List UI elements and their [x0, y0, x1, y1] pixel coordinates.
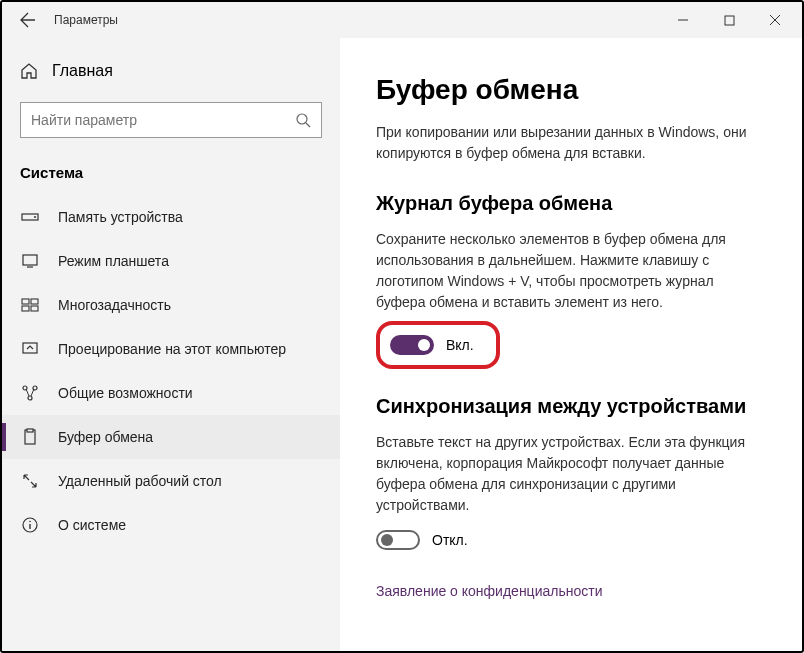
sidebar-item-label: Удаленный рабочий стол [58, 473, 222, 489]
nav-list: Память устройства Режим планшета Многоза… [2, 195, 340, 651]
svg-rect-12 [23, 343, 37, 353]
page-title: Буфер обмена [376, 74, 766, 106]
svg-point-2 [297, 114, 307, 124]
search-box[interactable] [20, 102, 322, 138]
storage-icon [20, 207, 40, 227]
sync-desc: Вставьте текст на других устройствах. Ес… [376, 432, 766, 516]
about-icon [20, 515, 40, 535]
search-input[interactable] [31, 112, 295, 128]
sidebar-item-label: Режим планшета [58, 253, 169, 269]
sidebar-home[interactable]: Главная [2, 52, 340, 90]
window-controls [660, 2, 798, 38]
sidebar-item-label: Проецирование на этот компьютер [58, 341, 286, 357]
search-icon [295, 112, 311, 128]
svg-rect-10 [22, 306, 29, 311]
content-area: Главная Система Память устройства Режим … [2, 38, 802, 651]
history-desc: Сохраните несколько элементов в буфер об… [376, 229, 766, 313]
close-icon [769, 14, 781, 26]
back-button[interactable] [6, 2, 50, 38]
sidebar-item-label: Буфер обмена [58, 429, 153, 445]
highlight-annotation: Вкл. [376, 321, 500, 369]
sidebar-item-shared[interactable]: Общие возможности [2, 371, 340, 415]
sidebar-item-label: О системе [58, 517, 126, 533]
clipboard-icon [20, 427, 40, 447]
svg-rect-11 [31, 306, 38, 311]
intro-text: При копировании или вырезании данных в W… [376, 122, 766, 164]
maximize-icon [724, 15, 735, 26]
tablet-icon [20, 251, 40, 271]
sync-toggle-row: Откл. [376, 530, 766, 550]
sidebar-item-tablet[interactable]: Режим планшета [2, 239, 340, 283]
svg-rect-6 [23, 255, 37, 265]
sidebar: Главная Система Память устройства Режим … [2, 38, 340, 651]
svg-point-20 [29, 521, 31, 523]
sidebar-item-projecting[interactable]: Проецирование на этот компьютер [2, 327, 340, 371]
projecting-icon [20, 339, 40, 359]
history-toggle-label: Вкл. [446, 337, 474, 353]
svg-line-3 [306, 123, 310, 127]
history-toggle[interactable] [390, 335, 434, 355]
sidebar-item-about[interactable]: О системе [2, 503, 340, 547]
toggle-knob [418, 339, 430, 351]
sync-title: Синхронизация между устройствами [376, 395, 766, 418]
svg-point-5 [34, 216, 36, 218]
toggle-knob [381, 534, 393, 546]
sidebar-section-header: Система [2, 156, 340, 195]
shared-icon [20, 383, 40, 403]
remote-icon [20, 471, 40, 491]
sync-toggle-label: Откл. [432, 532, 468, 548]
main-panel: Буфер обмена При копировании или вырезан… [340, 38, 802, 651]
sidebar-item-clipboard[interactable]: Буфер обмена [2, 415, 340, 459]
close-button[interactable] [752, 2, 798, 38]
svg-rect-1 [725, 16, 734, 25]
sidebar-item-label: Память устройства [58, 209, 183, 225]
maximize-button[interactable] [706, 2, 752, 38]
sync-toggle[interactable] [376, 530, 420, 550]
privacy-link[interactable]: Заявление о конфиденциальности [376, 583, 602, 599]
svg-point-15 [28, 396, 32, 400]
svg-rect-8 [22, 299, 29, 304]
svg-rect-9 [31, 299, 38, 304]
history-title: Журнал буфера обмена [376, 192, 766, 215]
sidebar-item-storage[interactable]: Память устройства [2, 195, 340, 239]
svg-rect-17 [27, 429, 33, 432]
home-icon [20, 62, 38, 80]
sidebar-item-label: Общие возможности [58, 385, 193, 401]
minimize-button[interactable] [660, 2, 706, 38]
arrow-left-icon [20, 12, 36, 28]
window-title: Параметры [54, 13, 118, 27]
sidebar-item-label: Многозадачность [58, 297, 171, 313]
settings-window: Параметры Главная Система Память устройс… [0, 0, 804, 653]
minimize-icon [677, 14, 689, 26]
titlebar: Параметры [2, 2, 802, 38]
multitasking-icon [20, 295, 40, 315]
sidebar-item-multitasking[interactable]: Многозадачность [2, 283, 340, 327]
sidebar-item-remote[interactable]: Удаленный рабочий стол [2, 459, 340, 503]
sidebar-home-label: Главная [52, 62, 113, 80]
